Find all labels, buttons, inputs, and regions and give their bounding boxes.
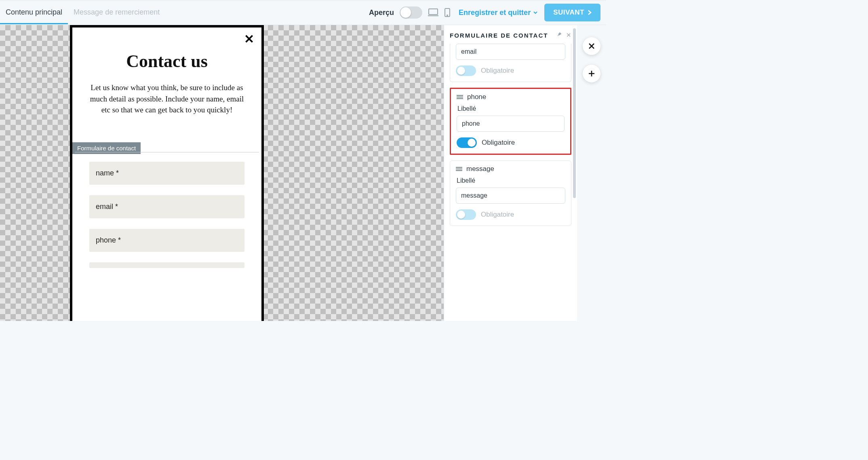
field-name[interactable]: name * <box>89 162 244 185</box>
chevron-right-icon <box>588 10 592 15</box>
field-email[interactable]: email * <box>89 195 244 218</box>
next-button[interactable]: SUIVANT <box>544 4 600 21</box>
message-required-label: Obligatoire <box>481 211 514 219</box>
add-block-button[interactable] <box>583 65 600 82</box>
drag-handle-icon[interactable] <box>456 167 462 171</box>
form-fields: name * email * phone * <box>72 162 261 279</box>
svg-rect-0 <box>429 9 438 15</box>
field-phone[interactable]: phone * <box>89 229 244 252</box>
message-required-toggle[interactable] <box>456 209 476 220</box>
popup-title[interactable]: Contact us <box>84 51 249 72</box>
email-required-label: Obligatoire <box>481 67 514 75</box>
canvas-pane: ✕ Contact us Let us know what you think,… <box>0 25 444 321</box>
side-panel: Formulaire de contact ✕ Obligatoire <box>444 25 577 321</box>
message-label-input[interactable] <box>456 188 565 204</box>
close-panel-icon[interactable]: ✕ <box>566 32 571 39</box>
preview-toggle[interactable] <box>400 6 422 19</box>
drag-handle-icon[interactable] <box>457 95 463 99</box>
close-icon[interactable]: ✕ <box>244 33 254 45</box>
email-required-toggle[interactable] <box>456 65 476 76</box>
scrollbar[interactable] <box>573 28 576 198</box>
panel-title: Formulaire de contact <box>450 32 548 39</box>
message-field-name: message <box>466 165 494 173</box>
top-bar: Contenu principal Message de remerciemen… <box>0 0 606 25</box>
pin-icon[interactable] <box>557 32 562 39</box>
preview-label: Aperçu <box>369 8 394 17</box>
form-divider <box>75 152 259 152</box>
tab-main-content[interactable]: Contenu principal <box>0 1 68 24</box>
next-button-label: SUIVANT <box>553 8 584 17</box>
save-and-exit-link[interactable]: Enregistrer et quitter <box>459 8 538 17</box>
right-rail <box>577 25 606 321</box>
phone-field-name: phone <box>467 93 486 101</box>
field-next[interactable] <box>89 262 244 268</box>
phone-required-label: Obligatoire <box>482 139 515 147</box>
phone-label-input[interactable] <box>457 116 565 132</box>
config-phone: phone Libellé Obligatoire <box>450 88 571 155</box>
close-editor-button[interactable] <box>583 37 600 55</box>
config-message: message Libellé Obligatoire <box>450 160 571 226</box>
preview-controls: Aperçu <box>369 6 451 19</box>
tab-thank-you[interactable]: Message de remerciement <box>68 1 165 24</box>
popup-description[interactable]: Let us know what you think, be sure to i… <box>84 82 249 116</box>
tabs: Contenu principal Message de remerciemen… <box>0 1 369 24</box>
email-label-input[interactable] <box>456 44 565 60</box>
desktop-icon[interactable] <box>428 8 438 17</box>
popup-preview[interactable]: ✕ Contact us Let us know what you think,… <box>70 25 264 321</box>
save-and-exit-label: Enregistrer et quitter <box>459 8 531 17</box>
chevron-down-icon <box>533 10 538 15</box>
phone-libelle-label: Libellé <box>457 105 565 112</box>
phone-required-toggle[interactable] <box>457 137 477 148</box>
svg-point-3 <box>447 15 448 16</box>
message-libelle-label: Libellé <box>457 177 565 184</box>
mobile-icon[interactable] <box>444 8 451 17</box>
config-email: Obligatoire <box>450 44 571 82</box>
